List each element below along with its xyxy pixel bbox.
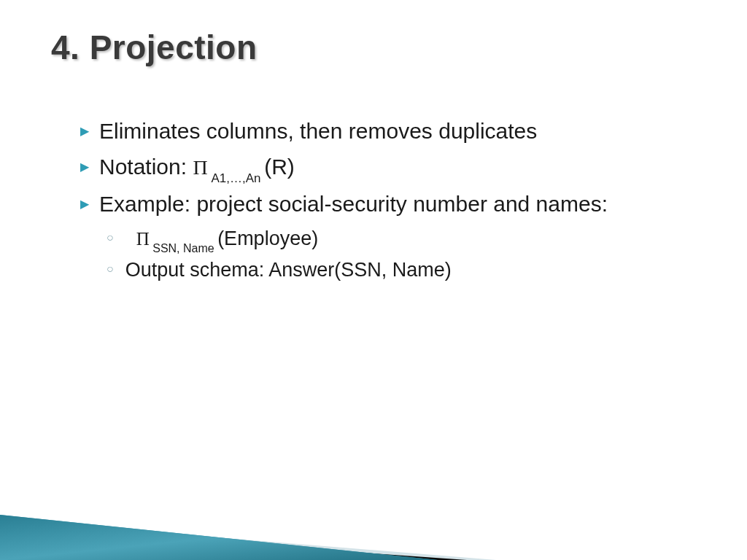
pi-subscript: A1,…,An xyxy=(208,171,265,185)
pi-symbol: Π xyxy=(193,156,207,179)
svg-marker-1 xyxy=(0,527,467,560)
triangle-bullet-icon: ▶ xyxy=(80,124,89,138)
notation-prefix: Notation: xyxy=(99,155,193,179)
bullet-text: Eliminates columns, then removes duplica… xyxy=(99,117,537,147)
corner-decoration xyxy=(0,429,747,560)
sub-bullet-suffix: (Employee) xyxy=(217,228,318,249)
bullet-item: ▶ Example: project social-security numbe… xyxy=(80,190,703,219)
sub-bullet-text: Π SSN, Name (Employee) xyxy=(125,225,319,254)
slide-content: ▶ Eliminates columns, then removes dupli… xyxy=(80,117,703,286)
circle-bullet-icon: ○ xyxy=(107,262,114,276)
bullet-text: Example: project social-security number … xyxy=(99,190,608,219)
bullet-item: ▶ Eliminates columns, then removes dupli… xyxy=(80,117,703,147)
svg-marker-0 xyxy=(0,520,496,560)
svg-marker-2 xyxy=(0,515,438,560)
bullet-item: ▶ Notation: Π A1,…,An (R) xyxy=(80,152,703,184)
sub-bullet-item: ○ Output schema: Answer(SSN, Name) xyxy=(107,257,703,283)
slide-title: 4. Projection xyxy=(51,28,258,67)
pi-symbol: Π xyxy=(136,229,150,249)
triangle-bullet-icon: ▶ xyxy=(80,160,89,174)
svg-marker-3 xyxy=(0,515,438,560)
sub-bullet-text: Output schema: Answer(SSN, Name) xyxy=(125,257,452,283)
bullet-text: Notation: Π A1,…,An (R) xyxy=(99,152,295,184)
circle-bullet-icon: ○ xyxy=(107,231,114,244)
pi-subscript: SSN, Name xyxy=(150,242,217,254)
sub-bullet-item: ○ Π SSN, Name (Employee) xyxy=(107,225,703,254)
triangle-bullet-icon: ▶ xyxy=(80,197,89,211)
notation-suffix: (R) xyxy=(264,155,295,179)
